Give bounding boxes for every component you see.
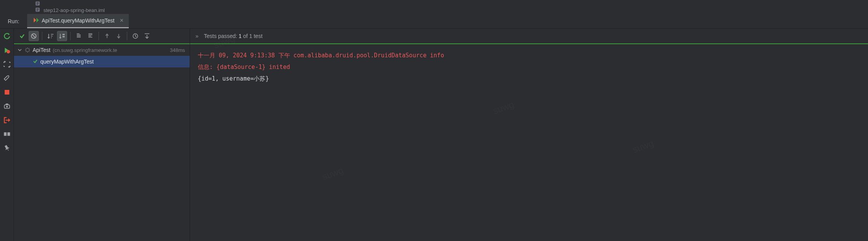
collapse-all-icon[interactable] xyxy=(85,31,95,41)
run-tab-bar: Run: ApiTest.queryMapWithArgTest × xyxy=(0,14,868,29)
test-class-pkg: (cn.suwg.springframework.te xyxy=(53,47,117,53)
svg-point-2 xyxy=(6,50,10,53)
svg-line-18 xyxy=(26,48,27,49)
file-icon xyxy=(35,1,40,7)
sort-icon[interactable] xyxy=(45,31,55,41)
watermark: suwg xyxy=(490,95,517,120)
run-tab-icon xyxy=(33,17,39,24)
svg-point-5 xyxy=(6,106,8,108)
svg-line-10 xyxy=(32,34,35,38)
chevrons-icon[interactable]: » xyxy=(195,33,199,39)
next-icon[interactable] xyxy=(114,31,124,41)
test-duration: 348ms xyxy=(170,47,187,53)
toggle-auto-icon[interactable] xyxy=(3,60,11,68)
separator xyxy=(99,32,99,40)
separator xyxy=(70,32,71,40)
svg-line-19 xyxy=(29,51,29,52)
run-tab-title: ApiTest.queryMapWithArgTest xyxy=(42,17,115,24)
exit-icon[interactable] xyxy=(3,116,11,124)
file-icon xyxy=(35,7,40,14)
svg-rect-6 xyxy=(5,103,8,105)
project-file-list: step12-aop-spring-bean.iml xyxy=(0,0,868,14)
test-tree-panel: ApiTest (cn.suwg.springframework.te 348m… xyxy=(14,29,190,241)
separator xyxy=(42,32,42,40)
chevron-down-icon[interactable] xyxy=(17,47,22,53)
prev-icon[interactable] xyxy=(102,31,112,41)
sort-tree-icon[interactable] xyxy=(57,31,67,41)
test-method-name: queryMapWithArgTest xyxy=(40,59,94,65)
tree-root-row[interactable]: ApiTest (cn.suwg.springframework.te 348m… xyxy=(14,44,190,56)
expand-all-icon[interactable] xyxy=(74,31,84,41)
pin-icon[interactable] xyxy=(3,144,11,152)
svg-line-21 xyxy=(29,48,29,49)
left-vertical-toolbar xyxy=(0,29,14,241)
svg-rect-11 xyxy=(62,34,65,35)
separator xyxy=(127,32,127,40)
watermark: suwg xyxy=(629,134,656,159)
rerun-failed-icon[interactable] xyxy=(3,46,11,54)
svg-rect-12 xyxy=(62,36,65,37)
console-output[interactable]: suwg suwg suwg suwg 十一月 09, 2024 9:13:38… xyxy=(190,44,868,241)
layout-icon[interactable] xyxy=(3,130,11,138)
rerun-icon[interactable] xyxy=(3,33,11,40)
file-entry[interactable]: step12-aop-spring-bean.iml xyxy=(0,7,868,13)
console-line-info: 信息: {dataSource-1} inited xyxy=(198,61,860,73)
tree-content: ApiTest (cn.suwg.springframework.te 348m… xyxy=(14,44,190,241)
file-name: step12-aop-spring-bean.iml xyxy=(43,7,105,13)
svg-line-20 xyxy=(26,51,27,52)
console-panel: » Tests passed: 1 of 1 test suwg suwg su… xyxy=(190,29,868,241)
svg-rect-7 xyxy=(4,133,7,136)
tests-passed-label: Tests passed: 1 of 1 test xyxy=(204,33,263,39)
tree-toolbar xyxy=(14,29,190,44)
show-ignored-icon[interactable] xyxy=(29,31,39,41)
run-label: Run: xyxy=(8,18,27,24)
close-icon[interactable]: × xyxy=(120,17,123,24)
run-config-tab[interactable]: ApiTest.queryMapWithArgTest × xyxy=(27,14,129,28)
console-header: » Tests passed: 1 of 1 test xyxy=(190,29,868,44)
dump-icon[interactable] xyxy=(3,102,11,110)
show-passed-icon[interactable] xyxy=(17,31,27,41)
console-line-output: {id=1, username=小苏} xyxy=(198,73,860,84)
test-class-name: ApiTest xyxy=(33,47,50,53)
tree-test-row[interactable]: queryMapWithArgTest xyxy=(14,56,190,67)
svg-rect-8 xyxy=(7,133,10,136)
check-icon xyxy=(33,59,38,65)
history-icon[interactable] xyxy=(130,31,140,41)
file-entry[interactable] xyxy=(0,1,868,7)
watermark: suwg xyxy=(319,161,346,186)
loading-icon xyxy=(25,47,30,53)
svg-rect-3 xyxy=(5,90,9,95)
import-icon[interactable] xyxy=(142,31,152,41)
stop-icon[interactable] xyxy=(3,88,11,96)
console-line-log: 十一月 09, 2024 9:13:38 下午 com.alibaba.drui… xyxy=(198,50,860,61)
tests-passed-count: 1 xyxy=(239,33,242,39)
main-area: ApiTest (cn.suwg.springframework.te 348m… xyxy=(0,29,868,241)
settings-wrench-icon[interactable] xyxy=(3,74,11,82)
